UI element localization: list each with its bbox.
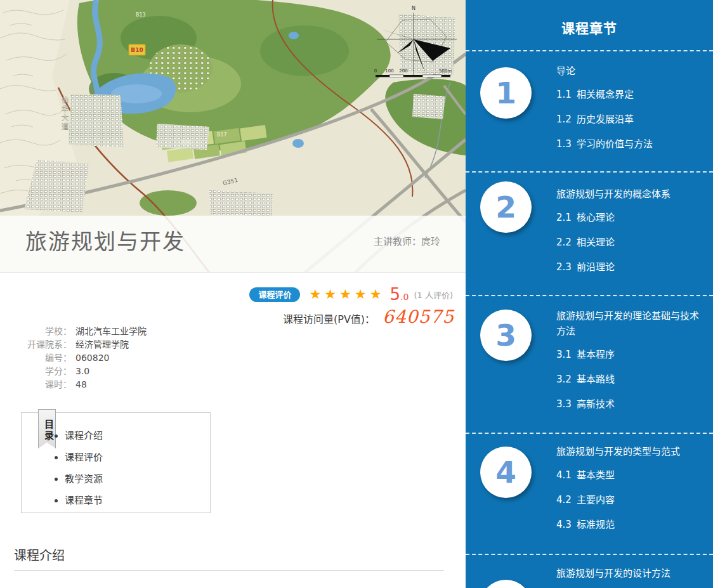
star-rating-icons: ★★★★★ <box>309 287 384 302</box>
map-road-label-xianhua: 仙华大道 <box>60 96 69 132</box>
chapter-2-item-2[interactable]: 2.2相关理论 <box>556 237 703 249</box>
rating-score-decimal: .0 <box>400 292 409 302</box>
item-number: 3.2 <box>556 374 577 386</box>
chapter-3-number-badge: 3 <box>480 310 532 361</box>
chapter-4-item-2[interactable]: 4.2主要内容 <box>556 494 703 506</box>
sidebar-header: 课程章节 <box>466 18 713 37</box>
item-label: 主要内容 <box>577 494 615 506</box>
chapter-5-title[interactable]: 旅游规划与开发的设计方法 <box>556 566 703 581</box>
info-value: 经济管理学院 <box>75 338 129 351</box>
section-heading-intro: 课程介绍 <box>14 546 65 564</box>
course-info-list: 学校： 湖北汽车工业学院 开课院系： 经济管理学院 编号： 060820 学分：… <box>0 325 216 391</box>
section-divider <box>14 570 444 571</box>
map-label-b17: B17 <box>217 132 227 138</box>
info-label: 学分： <box>0 365 72 378</box>
item-number: 1.2 <box>556 114 577 126</box>
item-number: 2.3 <box>556 261 577 273</box>
item-label: 历史发展沿革 <box>577 114 634 126</box>
rating-score-main: 5 <box>390 285 401 304</box>
map-label-b10: B10 <box>131 47 143 53</box>
item-number: 2.1 <box>556 212 577 224</box>
map-label-b13: B13 <box>136 12 146 18</box>
item-label: 相关概念界定 <box>577 89 634 101</box>
dashed-divider <box>466 50 713 51</box>
info-label: 开课院系： <box>0 338 72 351</box>
page-view-row: 课程访问量(PV值)： 640575 <box>283 306 454 327</box>
item-number: 4.3 <box>556 519 577 531</box>
item-label: 基本路线 <box>577 374 615 386</box>
info-label: 编号： <box>0 351 72 365</box>
item-label: 高新技术 <box>577 398 615 410</box>
item-label: 前沿理论 <box>577 261 615 273</box>
rating-row: 课程评价 ★★★★★ 5.0 (1 人评价) <box>249 285 453 304</box>
chapter-1: 1 导论 1.1相关概念界定 1.2历史发展沿革 1.3学习的价值与方法 <box>466 63 713 163</box>
chapter-5-number-badge: 5 <box>480 580 532 588</box>
info-row-credits: 学分： 3.0 <box>0 365 216 378</box>
toc-item-intro[interactable]: 课程介绍 <box>65 428 103 441</box>
item-number: 1.3 <box>556 138 577 150</box>
chapter-2-item-3[interactable]: 2.3前沿理论 <box>556 261 703 273</box>
dashed-divider <box>466 554 713 555</box>
toc-box: 目录 课程介绍 课程评价 教学资源 课程章节 <box>21 412 211 513</box>
compass-north-label: N <box>412 6 415 11</box>
item-number: 4.2 <box>556 494 577 506</box>
chapter-3-item-3[interactable]: 3.3高新技术 <box>556 398 703 410</box>
svg-text:100: 100 <box>385 69 393 74</box>
chapter-2: 2 旅游规划与开发的概念体系 2.1核心理论 2.2相关理论 2.3前沿理论 <box>466 186 713 286</box>
chapters-sidebar: 课程章节 1 导论 1.1相关概念界定 1.2历史发展沿革 1.3学习的价值与方… <box>466 0 713 588</box>
item-label: 相关理论 <box>577 237 615 249</box>
chapter-1-title[interactable]: 导论 <box>556 63 703 79</box>
toc-list: 课程介绍 课程评价 教学资源 课程章节 <box>65 428 103 514</box>
info-row-school: 学校： 湖北汽车工业学院 <box>0 325 216 338</box>
info-value: 48 <box>75 378 87 391</box>
chapter-4: 4 旅游规划与开发的类型与范式 4.1基本类型 4.2主要内容 4.3标准规范 <box>466 444 713 544</box>
chapter-5: 5 旅游规划与开发的设计方法 <box>466 566 713 588</box>
item-number: 4.1 <box>556 469 577 481</box>
info-row-department: 开课院系： 经济管理学院 <box>0 338 216 351</box>
item-number: 2.2 <box>556 237 577 249</box>
chapter-3-title[interactable]: 旅游规划与开发的理论基础与技术方法 <box>556 308 703 339</box>
chapter-4-item-1[interactable]: 4.1基本类型 <box>556 469 703 481</box>
rating-badge-button[interactable]: 课程评价 <box>249 287 300 302</box>
chapter-4-item-3[interactable]: 4.3标准规范 <box>556 519 703 531</box>
chapter-4-title[interactable]: 旅游规划与开发的类型与范式 <box>556 444 703 459</box>
page-view-label: 课程访问量(PV值)： <box>283 311 375 326</box>
item-label: 学习的价值与方法 <box>577 138 653 150</box>
chapter-1-item-2[interactable]: 1.2历史发展沿革 <box>556 114 703 126</box>
course-banner: B13 B10 B16 B17 仙华大道 G351 <box>0 0 466 273</box>
dashed-divider <box>466 171 713 173</box>
item-label: 基本类型 <box>577 469 615 481</box>
rating-score: 5.0 <box>390 285 409 304</box>
chapter-1-item-3[interactable]: 1.3学习的价值与方法 <box>556 138 703 150</box>
item-number: 3.1 <box>556 349 577 361</box>
chapter-1-item-1[interactable]: 1.1相关概念界定 <box>556 89 703 101</box>
dashed-divider <box>466 433 713 434</box>
course-title: 旅游规划与开发 <box>25 225 185 256</box>
main-content: B13 B10 B16 B17 仙华大道 G351 <box>0 0 466 588</box>
chapter-2-item-1[interactable]: 2.1核心理论 <box>556 212 703 224</box>
toc-item-chapters[interactable]: 课程章节 <box>65 493 103 506</box>
svg-text:500m: 500m <box>439 69 452 74</box>
info-label: 课时： <box>0 378 72 391</box>
chapter-2-title[interactable]: 旅游规划与开发的概念体系 <box>556 186 703 202</box>
banner-title-overlay: 旅游规划与开发 主讲教师：庹玲 <box>0 216 466 272</box>
chapter-3: 3 旅游规划与开发的理论基础与技术方法 3.1基本程序 3.2基本路线 3.3高… <box>466 308 713 423</box>
dashed-divider <box>466 295 713 296</box>
chapter-3-item-1[interactable]: 3.1基本程序 <box>556 349 703 361</box>
svg-text:0: 0 <box>374 69 377 74</box>
info-value: 060820 <box>75 351 109 365</box>
page-view-value: 640575 <box>383 306 454 327</box>
map-label-b16: B16 <box>181 140 192 146</box>
toc-ribbon: 目录 <box>38 409 56 448</box>
toc-item-resources[interactable]: 教学资源 <box>65 471 103 485</box>
chapter-1-number-badge: 1 <box>480 67 532 119</box>
course-page: B13 B10 B16 B17 仙华大道 G351 <box>0 0 713 588</box>
info-row-number: 编号： 060820 <box>0 351 216 365</box>
item-label: 基本程序 <box>577 349 615 361</box>
info-row-hours: 课时： 48 <box>0 378 216 391</box>
toc-item-rating[interactable]: 课程评价 <box>65 450 103 463</box>
chapter-3-item-2[interactable]: 3.2基本路线 <box>556 374 703 386</box>
chapter-4-number-badge: 4 <box>480 447 532 498</box>
svg-text:200: 200 <box>399 69 407 74</box>
item-number: 1.1 <box>556 89 577 101</box>
